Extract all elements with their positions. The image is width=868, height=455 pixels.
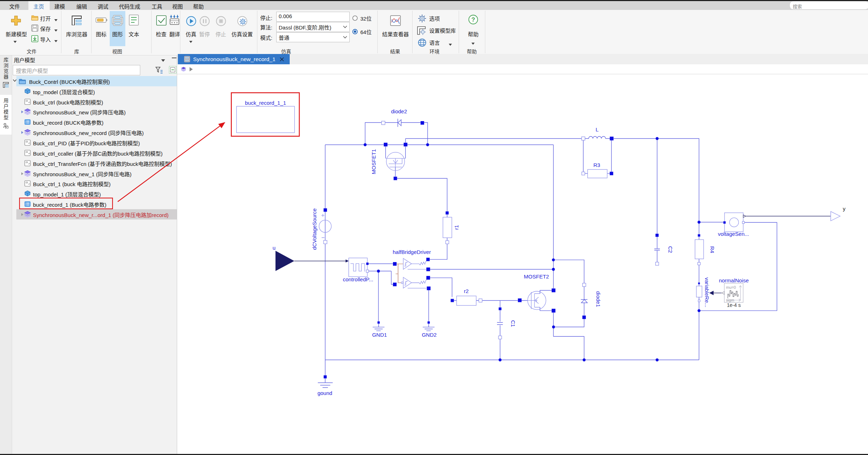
svg-text:u: u <box>273 245 275 251</box>
svg-text:r2: r2 <box>464 288 469 294</box>
svg-text:voltageSen...: voltageSen... <box>718 231 749 237</box>
svg-text:C1: C1 <box>510 320 516 327</box>
svg-text:MOSFET2: MOSFET2 <box>524 273 549 280</box>
svg-text:mu=0: mu=0 <box>726 285 736 289</box>
svg-text:R4: R4 <box>709 246 715 253</box>
svg-text:diode1: diode1 <box>595 291 601 307</box>
svg-text:controlledP...: controlledP... <box>343 276 373 282</box>
svg-text:dCVoltageSource: dCVoltageSource <box>311 208 317 250</box>
svg-text:GND1: GND1 <box>372 332 387 338</box>
svg-text:gound: gound <box>317 390 332 396</box>
svg-text:normalNoise: normalNoise <box>719 277 749 283</box>
svg-text:r1: r1 <box>453 225 459 229</box>
svg-text:L: L <box>596 126 599 132</box>
svg-text:1e-4 s: 1e-4 s <box>727 302 741 308</box>
svg-text:sigm: sigm <box>726 298 734 302</box>
svg-text:R3: R3 <box>593 162 600 168</box>
svg-text:?: ? <box>471 16 475 23</box>
svg-text:y: y <box>843 206 846 212</box>
svg-text:halfBridgeDriver: halfBridgeDriver <box>393 249 431 255</box>
svg-text:diode2: diode2 <box>391 108 407 114</box>
svg-text:GND2: GND2 <box>422 332 437 338</box>
svg-text:C2: C2 <box>667 246 673 253</box>
svg-text:MOSFET1: MOSFET1 <box>371 149 377 174</box>
svg-text:variableRe...: variableRe... <box>704 277 710 307</box>
svg-text:buck_record_1_1: buck_record_1_1 <box>245 100 286 106</box>
